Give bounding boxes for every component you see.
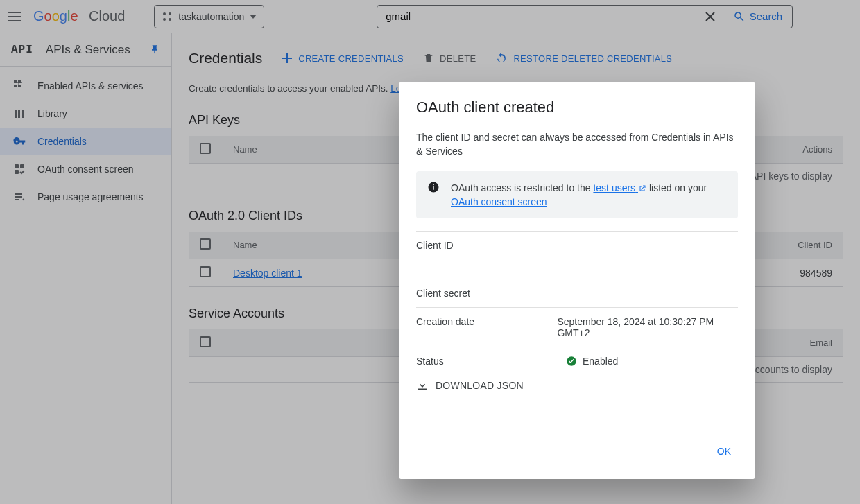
test-users-link[interactable]: test users bbox=[593, 182, 646, 193]
creation-date-row: Creation date September 18, 2024 at 10:3… bbox=[416, 307, 738, 347]
info-icon bbox=[427, 181, 440, 209]
creation-date-value: September 18, 2024 at 10:30:27 PM GMT+2 bbox=[557, 316, 738, 338]
client-id-label: Client ID bbox=[416, 240, 566, 251]
status-row: Status Enabled bbox=[416, 347, 738, 375]
client-id-row: Client ID bbox=[416, 231, 738, 259]
status-value: Enabled bbox=[583, 356, 618, 367]
dialog-subtitle: The client ID and secret can always be a… bbox=[416, 130, 738, 159]
check-circle-icon bbox=[566, 356, 577, 367]
external-link-icon bbox=[638, 184, 646, 193]
status-label: Status bbox=[416, 356, 566, 367]
download-json-label: DOWNLOAD JSON bbox=[436, 380, 524, 391]
client-secret-label: Client secret bbox=[416, 288, 566, 299]
notice-text: OAuth access is restricted to the bbox=[451, 182, 593, 193]
notice-text: listed on your bbox=[646, 182, 707, 193]
ok-button[interactable]: OK bbox=[710, 440, 738, 462]
client-secret-row: Client secret bbox=[416, 279, 738, 307]
svg-point-17 bbox=[433, 184, 434, 185]
download-json-button[interactable]: DOWNLOAD JSON bbox=[416, 379, 738, 392]
consent-screen-link[interactable]: OAuth consent screen bbox=[451, 196, 547, 207]
dialog-notice: OAuth access is restricted to the test u… bbox=[416, 171, 738, 219]
download-icon bbox=[416, 379, 429, 392]
creation-date-label: Creation date bbox=[416, 316, 557, 338]
dialog-title: OAuth client created bbox=[416, 98, 738, 116]
svg-rect-16 bbox=[433, 186, 434, 189]
oauth-created-dialog: OAuth client created The client ID and s… bbox=[399, 82, 755, 479]
